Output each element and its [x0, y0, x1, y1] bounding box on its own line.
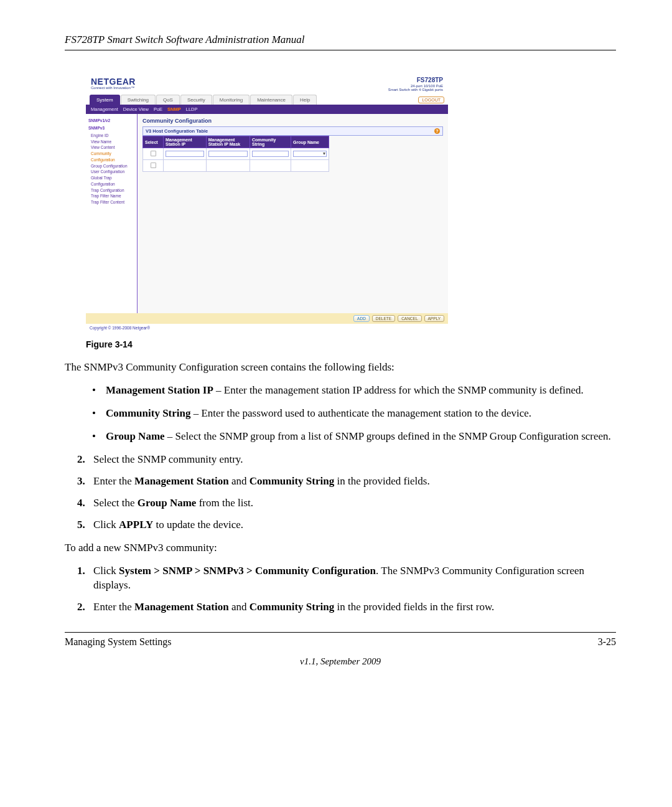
table-header-row: Select Management Station IP Management …	[143, 136, 329, 148]
tagline: Connect with Innovation™	[91, 86, 136, 90]
main-panel: Community Configuration V3 Host Configur…	[138, 114, 448, 313]
footer-right: 3-25	[598, 636, 616, 648]
sidebar-item-trap-config[interactable]: Trap Configuration	[88, 187, 134, 194]
tab-help[interactable]: Help	[293, 95, 317, 105]
tab-qos[interactable]: QoS	[156, 95, 180, 105]
footer-center: v1.1, September 2009	[65, 656, 616, 667]
row2-select-checkbox[interactable]	[150, 163, 156, 168]
config-table: Select Management Station IP Management …	[142, 136, 329, 172]
row1-mgmt-ip-input[interactable]	[166, 151, 204, 157]
help-icon[interactable]: ?	[434, 128, 440, 134]
add-step-2: 2.Enter the Management Station and Commu…	[65, 600, 616, 615]
subtab-management[interactable]: Management	[91, 106, 118, 112]
add-intro: To add a new SNMPv3 community:	[65, 541, 616, 555]
apply-button[interactable]: APPLY	[424, 315, 444, 322]
table-row	[143, 148, 329, 160]
sidebar-item-community-config[interactable]: Community Configuration	[88, 151, 134, 163]
sidebar-item-group-config[interactable]: Group Configuration	[88, 163, 134, 169]
ui-header: NETGEAR Connect with Innovation™ FS728TP…	[86, 73, 448, 95]
sidebar-item-trap-filter-name[interactable]: Trap Filter Name	[88, 193, 134, 199]
step-4: 4.Select the Group Name from the list.	[65, 496, 616, 511]
bullet-group-name: Group Name – Select the SNMP group from …	[65, 430, 616, 444]
row1-group-name-select[interactable]	[293, 151, 327, 157]
tab-maintenance[interactable]: Maintenance	[250, 95, 292, 105]
add-button[interactable]: ADD	[353, 315, 370, 322]
ui-copyright: Copyright © 1996-2008 Netgear®	[86, 324, 448, 332]
table-caption: V3 Host Configuration Table	[146, 128, 208, 134]
step-3: 3.Enter the Management Station and Commu…	[65, 474, 616, 489]
tab-system[interactable]: System	[90, 95, 120, 105]
col-community-string: Community String	[250, 136, 291, 148]
sidebar-group-v3[interactable]: SNMPv3	[88, 125, 134, 131]
sidebar-item-view-name[interactable]: View Name	[88, 139, 134, 145]
sidebar-item-view-content[interactable]: View Content	[88, 144, 134, 151]
sidebar-item-engine-id[interactable]: Engine ID	[88, 133, 134, 139]
sidebar-item-global-trap-config[interactable]: Global Trap Configuration	[88, 175, 134, 187]
tab-security[interactable]: Security	[180, 95, 212, 105]
model-line1: 24-port 10/100 PoE	[388, 84, 443, 88]
running-head: FS728TP Smart Switch Software Administra…	[65, 34, 616, 46]
row1-community-string-input[interactable]	[252, 151, 289, 157]
col-group-name: Group Name	[291, 136, 329, 148]
bullet-mgmt-ip: Management Station IP – Enter the manage…	[65, 384, 616, 398]
ui-body: SNMPv1/v2 SNMPv3 Engine ID View Name Vie…	[86, 114, 448, 313]
subtab-lldp[interactable]: LLDP	[186, 106, 198, 112]
netgear-ui: NETGEAR Connect with Innovation™ FS728TP…	[86, 73, 448, 332]
sub-tabs: Management Device View PoE SNMP LLDP	[86, 105, 448, 114]
button-bar: ADD DELETE CANCEL APPLY	[86, 313, 448, 324]
col-mgmt-ip-mask: Management Station IP Mask	[206, 136, 250, 148]
delete-button[interactable]: DELETE	[372, 315, 395, 322]
intro-paragraph: The SNMPv3 Community Configuration scree…	[65, 361, 616, 375]
field-bullets: Management Station IP – Enter the manage…	[65, 384, 616, 444]
sidebar-group-v1v2[interactable]: SNMPv1/v2	[88, 118, 134, 124]
add-step-1: 1.Click System > SNMP > SNMPv3 > Communi…	[65, 564, 616, 593]
logout-button[interactable]: LOGOUT	[418, 97, 444, 103]
col-select: Select	[143, 136, 164, 148]
table-caption-bar: V3 Host Configuration Table ?	[142, 126, 443, 136]
main-tabs: System Switching QoS Security Monitoring…	[86, 95, 448, 105]
model-block: FS728TP 24-port 10/100 PoE Smart Switch …	[388, 77, 443, 92]
sidebar: SNMPv1/v2 SNMPv3 Engine ID View Name Vie…	[86, 114, 138, 313]
sidebar-item-trap-filter-content[interactable]: Trap Filter Content	[88, 199, 134, 205]
subtab-poe[interactable]: PoE	[154, 106, 162, 112]
header-rule	[65, 50, 616, 50]
figure-3-14: NETGEAR Connect with Innovation™ FS728TP…	[86, 73, 448, 332]
cancel-button[interactable]: CANCEL	[398, 315, 421, 322]
steps-edit: 2.Select the SNMP community entry. 3.Ent…	[65, 453, 616, 532]
table-wrap: V3 Host Configuration Table ? Select Man…	[142, 126, 443, 172]
row1-select-checkbox[interactable]	[150, 151, 156, 156]
panel-title: Community Configuration	[142, 118, 443, 124]
bullet-community-string: Community String – Enter the password us…	[65, 407, 616, 421]
row1-mgmt-ip-mask-input[interactable]	[208, 151, 248, 157]
table-row	[143, 160, 329, 172]
tab-switching[interactable]: Switching	[121, 95, 156, 105]
page-footer: Managing System Settings 3-25	[65, 633, 616, 648]
brand-block: NETGEAR Connect with Innovation™	[91, 77, 136, 90]
steps-add: 1.Click System > SNMP > SNMPv3 > Communi…	[65, 564, 616, 615]
step-2: 2.Select the SNMP community entry.	[65, 453, 616, 467]
figure-caption: Figure 3-14	[86, 339, 616, 349]
tab-monitoring[interactable]: Monitoring	[213, 95, 250, 105]
col-mgmt-ip: Management Station IP	[164, 136, 207, 148]
netgear-logo: NETGEAR	[91, 77, 136, 87]
subtab-device-view[interactable]: Device View	[123, 106, 149, 112]
model-name: FS728TP	[388, 77, 443, 84]
step-5: 5.Click APPLY to update the device.	[65, 518, 616, 532]
footer-left: Managing System Settings	[65, 636, 172, 648]
sidebar-item-user-config[interactable]: User Configuration	[88, 169, 134, 175]
subtab-snmp[interactable]: SNMP	[167, 106, 181, 112]
model-line2: Smart Switch with 4 Gigabit ports	[388, 88, 443, 92]
